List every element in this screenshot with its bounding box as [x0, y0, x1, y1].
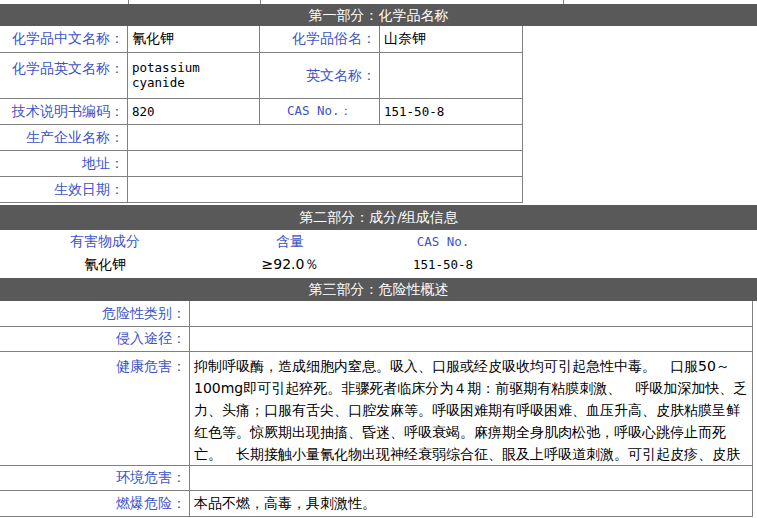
common-name-label: 化学品俗名： [260, 26, 380, 52]
table-row: 技术说明书编码： 820 CAS No.： 151-50-8 [0, 99, 523, 125]
table-row: 环境危害： [0, 466, 753, 491]
composition-data-row: 氰化钾 ≥92.0％ 151-50-8 [0, 253, 523, 276]
table-row: 化学品英文名称： potassium cyanide 英文名称： [0, 53, 523, 99]
chemical-en-name-value: potassium cyanide [128, 53, 260, 98]
health-hazard-label: 健康危害： [0, 352, 190, 465]
table-row: 生产企业名称： [0, 125, 523, 151]
address-value [128, 151, 523, 176]
chemical-cn-name-value: 氰化钾 [128, 26, 260, 52]
section2-header-bar: 第二部分：成分/组成信息 [0, 205, 757, 230]
column-border-tick [563, 0, 564, 4]
table-row: 生效日期： [0, 177, 523, 203]
section2-title: 第二部分：成分/组成信息 [299, 209, 458, 225]
hazard-class-value [190, 301, 753, 326]
table-row: 危险性类别： [0, 301, 753, 327]
health-hazard-value: 抑制呼吸酶，造成细胞内窒息。吸入、口服或经皮吸收均可引起急性中毒。 口服50～1… [190, 352, 753, 465]
hazard-class-label: 危险性类别： [0, 301, 190, 326]
cas-no-header: CAS No. [370, 234, 516, 249]
column-border-tick [260, 0, 261, 4]
msds-document: 第一部分：化学品名称 化学品中文名称： 氰化钾 化学品俗名： 山奈钾 化学品英文… [0, 0, 757, 518]
column-border-tick [128, 0, 129, 4]
effective-date-label: 生效日期： [0, 177, 128, 202]
table-row: 燃爆危险： 本品不燃，高毒，具刺激性。 [0, 491, 753, 517]
section3-title: 第三部分：危险性概述 [309, 281, 449, 297]
content-header: 含量 [210, 233, 370, 251]
hazard-table: 危险性类别： 侵入途径： 健康危害： 抑制呼吸酶，造成细胞内窒息。吸入、口服或经… [0, 301, 753, 517]
table-row: 健康危害： 抑制呼吸酶，造成细胞内窒息。吸入、口服或经皮吸收均可引起急性中毒。 … [0, 352, 753, 466]
en-name-label: 英文名称： [260, 53, 380, 98]
table-top-edge [0, 0, 757, 4]
address-label: 地址： [0, 151, 128, 176]
tech-sheet-code-label: 技术说明书编码： [0, 99, 128, 124]
common-name-value: 山奈钾 [380, 26, 523, 52]
en-name-value [380, 53, 523, 98]
entry-route-label: 侵入途径： [0, 327, 190, 351]
component-name: 氰化钾 [0, 256, 210, 274]
manufacturer-value [128, 125, 523, 150]
manufacturer-label: 生产企业名称： [0, 125, 128, 150]
table-row: 侵入途径： [0, 327, 753, 352]
environment-hazard-label: 环境危害： [0, 466, 190, 490]
section1-table: 化学品中文名称： 氰化钾 化学品俗名： 山奈钾 化学品英文名称： potassi… [0, 26, 523, 203]
hazardous-component-header: 有害物成分 [0, 233, 210, 251]
chemical-en-name-label: 化学品英文名称： [0, 53, 128, 98]
component-content: ≥92.0％ [210, 256, 370, 274]
section1-header-bar: 第一部分：化学品名称 [0, 4, 757, 26]
section3-header-bar: 第三部分：危险性概述 [0, 278, 757, 301]
component-cas-no: 151-50-8 [370, 257, 516, 272]
environment-hazard-value [190, 466, 753, 490]
explosive-hazard-value: 本品不燃，高毒，具刺激性。 [190, 491, 753, 516]
effective-date-value [128, 177, 523, 202]
explosive-hazard-label: 燃爆危险： [0, 491, 190, 516]
cas-no-value: 151-50-8 [380, 99, 523, 124]
table-row: 化学品中文名称： 氰化钾 化学品俗名： 山奈钾 [0, 26, 523, 53]
chemical-cn-name-label: 化学品中文名称： [0, 26, 128, 52]
cas-no-label: CAS No.： [260, 99, 380, 124]
composition-table: 有害物成分 含量 CAS No. 氰化钾 ≥92.0％ 151-50-8 [0, 230, 523, 276]
entry-route-value [190, 327, 753, 351]
section1-title: 第一部分：化学品名称 [309, 7, 449, 23]
table-row: 地址： [0, 151, 523, 177]
composition-header-row: 有害物成分 含量 CAS No. [0, 230, 523, 253]
tech-sheet-code-value: 820 [128, 99, 260, 124]
